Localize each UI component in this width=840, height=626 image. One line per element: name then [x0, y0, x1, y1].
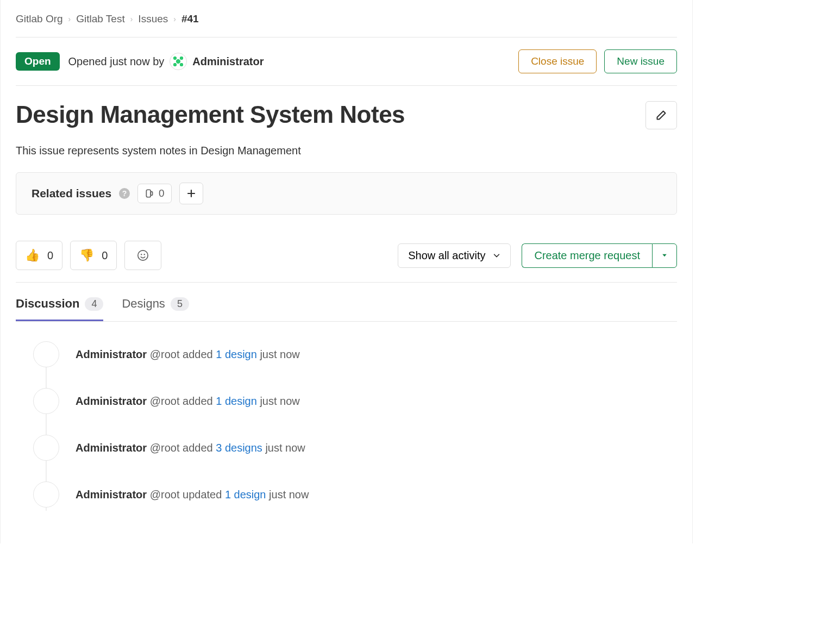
chevron-right-icon: › — [68, 15, 71, 23]
author-handle: @root — [150, 489, 180, 500]
activity-action: updated — [183, 489, 222, 500]
activity-item: Administrator @root updated 1 design jus… — [16, 475, 677, 522]
issue-title: Design Management System Notes — [16, 101, 405, 128]
chevron-right-icon: › — [173, 15, 176, 23]
avatar[interactable] — [33, 388, 59, 414]
opened-text: Opened just now by Administrator — [68, 53, 264, 70]
tab-discussion-count: 4 — [85, 297, 103, 311]
new-issue-button[interactable]: New issue — [604, 49, 677, 73]
create-mr-dropdown-toggle[interactable] — [652, 243, 677, 268]
activity-action: added — [183, 348, 213, 360]
avatar[interactable] — [33, 435, 59, 461]
svg-point-4 — [145, 254, 145, 255]
activity-time: just now — [260, 348, 299, 360]
close-issue-button[interactable]: Close issue — [518, 49, 597, 73]
caret-down-icon — [661, 252, 668, 259]
thumbs-up-button[interactable]: 👍 0 — [16, 241, 62, 270]
author-link[interactable]: Administrator — [192, 55, 264, 68]
activity-filter-label: Show all activity — [408, 249, 485, 262]
svg-rect-0 — [146, 190, 151, 197]
svg-point-2 — [138, 251, 148, 260]
tab-discussion[interactable]: Discussion 4 — [16, 297, 103, 321]
issue-header: Open Opened just now by Administrator Cl… — [16, 37, 677, 86]
edit-title-button[interactable] — [645, 101, 677, 129]
activity-time: just now — [260, 395, 299, 407]
activity-filter-dropdown[interactable]: Show all activity — [398, 243, 511, 268]
svg-rect-1 — [151, 192, 152, 196]
issue-description: This issue represents system notes in De… — [16, 129, 677, 172]
thumbs-down-button[interactable]: 👎 0 — [70, 241, 117, 270]
add-related-issue-button[interactable] — [179, 183, 203, 204]
activity-feed: Administrator @root added 1 design just … — [16, 322, 677, 522]
author-handle: @root — [150, 442, 180, 454]
status-badge: Open — [16, 52, 60, 71]
related-issues-count: 0 — [137, 184, 172, 203]
activity-action: added — [183, 395, 213, 407]
activity-item: Administrator @root added 3 designs just… — [16, 428, 677, 475]
activity-link[interactable]: 1 design — [225, 489, 266, 500]
smile-icon — [137, 249, 149, 261]
avatar[interactable] — [33, 341, 59, 367]
activity-text: Administrator @root updated 1 design jus… — [76, 489, 309, 501]
svg-point-3 — [141, 254, 142, 255]
add-reaction-button[interactable] — [124, 241, 161, 270]
activity-link[interactable]: 1 design — [216, 348, 257, 360]
breadcrumb-item[interactable]: Issues — [138, 13, 168, 25]
thumbs-up-count: 0 — [47, 249, 53, 262]
author-link[interactable]: Administrator — [76, 489, 147, 500]
activity-text: Administrator @root added 1 design just … — [76, 395, 300, 408]
activity-action: added — [183, 442, 213, 454]
chevron-down-icon — [493, 252, 500, 259]
thumbs-down-count: 0 — [102, 249, 108, 262]
author-handle: @root — [150, 395, 180, 407]
actions-row: 👍 0 👎 0 Show all activity Create merge r… — [16, 241, 677, 283]
opened-prefix: Opened just now by — [68, 55, 165, 68]
activity-item: Administrator @root added 1 design just … — [16, 381, 677, 428]
activity-item: Administrator @root added 1 design just … — [16, 335, 677, 381]
tabs: Discussion 4 Designs 5 — [16, 283, 677, 322]
help-icon[interactable]: ? — [119, 188, 130, 199]
author-link[interactable]: Administrator — [76, 348, 147, 360]
plus-icon — [187, 189, 196, 198]
author-link[interactable]: Administrator — [76, 395, 147, 407]
author-link[interactable]: Administrator — [76, 442, 147, 454]
tab-designs-count: 5 — [171, 297, 189, 311]
create-mr-group: Create merge request — [522, 243, 677, 268]
activity-text: Administrator @root added 1 design just … — [76, 348, 300, 361]
activity-time: just now — [265, 442, 305, 454]
thumbs-up-icon: 👍 — [25, 248, 40, 262]
tab-designs-label: Designs — [122, 297, 165, 311]
activity-link[interactable]: 1 design — [216, 395, 257, 407]
author-handle: @root — [150, 348, 180, 360]
breadcrumb: Gitlab Org › Gitlab Test › Issues › #41 — [16, 0, 677, 37]
create-mr-button[interactable]: Create merge request — [522, 243, 652, 268]
activity-text: Administrator @root added 3 designs just… — [76, 442, 305, 454]
related-issues-title: Related issues — [32, 187, 111, 200]
pencil-icon — [656, 110, 667, 121]
avatar[interactable] — [33, 481, 59, 508]
thumbs-down-icon: 👎 — [79, 248, 94, 262]
tab-discussion-label: Discussion — [16, 297, 79, 311]
breadcrumb-item[interactable]: Gitlab Org — [16, 13, 63, 25]
activity-link[interactable]: 3 designs — [216, 442, 262, 454]
related-issues-count-value: 0 — [159, 187, 165, 199]
chevron-right-icon: › — [130, 15, 133, 23]
breadcrumb-current: #41 — [181, 13, 199, 25]
breadcrumb-item[interactable]: Gitlab Test — [76, 13, 124, 25]
tab-designs[interactable]: Designs 5 — [122, 297, 189, 321]
related-issues-panel: Related issues ? 0 — [16, 172, 677, 215]
avatar[interactable] — [170, 53, 187, 70]
activity-time: just now — [269, 489, 309, 500]
issue-icon — [145, 189, 154, 198]
